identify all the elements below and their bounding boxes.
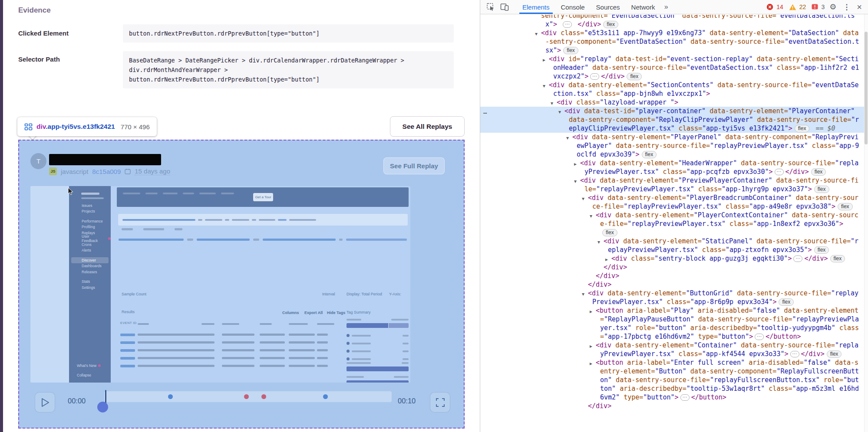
device-toolbar-icon[interactable] (500, 3, 509, 11)
source-token: class= (561, 29, 584, 37)
devtools-tree-row[interactable]: </div> (480, 272, 868, 280)
devtools-tree-row[interactable]: ▾<div class="lazyload-wrapper "> (480, 98, 868, 107)
source-token: "ReplayPlayPauseButton" (604, 315, 694, 323)
flex-badge: flex (814, 246, 829, 254)
devtools-scrollbar[interactable] (864, 14, 868, 432)
devtools-tree-row[interactable]: ▾…<div data-test-id="player-container" d… (480, 107, 868, 133)
devtools-tree-row[interactable]: ▸<button aria-label="Enter full screen" … (480, 358, 868, 402)
source-token: class= (765, 385, 792, 393)
expand-arrow-open-icon[interactable]: ▾ (543, 82, 545, 90)
close-devtools-icon[interactable]: × (855, 2, 864, 12)
fullscreen-button[interactable] (430, 392, 450, 412)
source-token: > (749, 333, 753, 340)
expand-arrow-closed-icon[interactable]: ▸ (543, 56, 545, 64)
devtools-tree-row[interactable]: </div> (480, 263, 868, 272)
devtools-tree-row[interactable]: ▾<div data-sentry-element="ButtonGrid" d… (480, 289, 868, 306)
devtools-toolbar-right: 14 22 3 ⚙ ⋮ × (766, 2, 864, 12)
expand-arrow-open-icon[interactable]: ▾ (558, 108, 561, 116)
source-token: class= (722, 203, 749, 210)
selected-row-menu-dots[interactable]: … (483, 107, 487, 116)
source-token: aria-describedby= (686, 324, 757, 332)
devtools-tree-row[interactable]: ▸<div class="sentry-block app-guzg3j egq… (480, 254, 868, 263)
source-token: data-sentry-source-file= (686, 38, 785, 46)
devtools-tree-row[interactable]: ▸<div data-sentry-element="Container" da… (480, 341, 868, 358)
source-token: > (706, 90, 710, 98)
see-full-replay-button[interactable]: See Full Replay (383, 157, 445, 174)
error-badge-icon[interactable] (766, 3, 773, 10)
devtools-tree-row[interactable]: ▾<div data-sentry-element="PlayerContext… (480, 211, 868, 237)
expand-arrow-closed-icon[interactable]: ▸ (590, 342, 592, 350)
replay-id-link[interactable]: 8c15a009 (92, 168, 121, 175)
timeline-scrubber-handle[interactable] (97, 402, 108, 412)
expand-arrow-open-icon[interactable]: ▾ (582, 194, 584, 203)
expand-arrow-open-icon[interactable]: ▾ (566, 134, 569, 142)
warning-badge-icon[interactable] (789, 4, 796, 10)
expand-arrow-open-icon[interactable]: ▾ (590, 212, 592, 220)
source-token: data-sentry-source-file= (733, 289, 831, 297)
thumb-navbar: Get a Tour (117, 187, 409, 207)
source-token: "replay" (580, 55, 611, 63)
devtools-tree-row[interactable]: ▸<div id="replay" data-test-id="event-se… (480, 55, 868, 81)
source-token: > (788, 255, 792, 262)
devtools-tree-row[interactable]: </div> (480, 402, 868, 410)
javascript-platform-icon: JS (49, 167, 57, 175)
source-token: "false" (752, 307, 780, 314)
expand-arrow-closed-icon[interactable]: ▸ (605, 255, 608, 264)
issues-badge-icon[interactable] (812, 4, 818, 10)
thumb-sidebar-item-profiling: Profiling (69, 224, 111, 230)
tab-network[interactable]: Network (626, 0, 661, 14)
devtools-tree-row[interactable]: ▸<div data-sentry-element="HeaderWrapper… (480, 159, 868, 176)
expand-arrow-closed-icon[interactable]: ▸ (590, 307, 592, 316)
source-token: </div> (574, 20, 601, 28)
collapsed-content-icon: ⋯ (590, 73, 599, 80)
devtools-tree-row[interactable]: ▾<div data-sentry-element="StaticPanel" … (480, 237, 868, 254)
tab-elements[interactable]: Elements (517, 0, 555, 14)
source-token: data-sentry-element= (607, 289, 686, 297)
tab-sources[interactable]: Sources (591, 0, 626, 14)
devtools-tree-row[interactable]: ▾<div data-sentry-element="SectionConten… (480, 81, 868, 98)
source-token: </button> (766, 333, 801, 340)
source-token: "player-container" (635, 107, 706, 115)
devtools-tree-row[interactable]: ▸<button aria-label="Play" aria-disabled… (480, 306, 868, 341)
thumb-sidebar-item-collapse: Collapse (69, 370, 111, 380)
source-token: <div (596, 211, 615, 219)
thumb-tag-row (347, 342, 409, 345)
expand-arrow-open-icon[interactable]: ▾ (535, 29, 538, 38)
source-token: "app-tyi5vs e13fk2421" (702, 124, 789, 132)
expand-arrow-closed-icon[interactable]: ▸ (574, 160, 577, 168)
expand-arrow-open-icon[interactable]: ▾ (582, 290, 584, 298)
expand-arrow-open-icon[interactable]: ▾ (574, 177, 577, 186)
devtools-tree-row[interactable]: ▾<div data-sentry-element="PreviewPlayer… (480, 176, 868, 193)
source-token: data-test-id= (584, 107, 635, 115)
source-token: id= (568, 55, 580, 63)
kebab-menu-icon[interactable]: ⋮ (841, 3, 852, 12)
play-button[interactable] (35, 392, 55, 412)
flex-badge: flex (830, 255, 845, 262)
thumb-sidebar-item-performance: Performance (69, 218, 111, 224)
source-token: "replayPreviewPlayer.tsx" (710, 142, 808, 150)
source-token: "replayFullscreenButton.tsx" (710, 376, 820, 384)
source-token: data-sentry-element= (592, 133, 670, 141)
source-token: data-sentry-component= (686, 367, 777, 375)
devtools-tree-row[interactable]: ▾<div class="e5t3s1i1 app-7hwyy9 e19x6ng… (480, 29, 868, 55)
tab-console[interactable]: Console (555, 0, 591, 14)
devtools-tree-row[interactable]: sentry-component="EventDataSection" data… (480, 15, 868, 29)
more-tabs-chevron[interactable]: » (661, 3, 672, 11)
source-token: > (769, 168, 772, 176)
source-token: "tooltip-53w1aqr8rt" (686, 385, 765, 393)
timeline-track[interactable] (104, 391, 392, 402)
settings-gear-icon[interactable]: ⚙ (828, 2, 838, 12)
devtools-tree-row[interactable]: ▾<div data-sentry-element="PlayerPanel" … (480, 133, 868, 159)
expand-arrow-open-icon[interactable]: ▾ (551, 99, 553, 108)
devtools-tree-row[interactable]: ▾<div data-sentry-element="PlayerBreadcr… (480, 193, 868, 211)
see-all-replays-button[interactable]: See All Replays (390, 116, 465, 137)
source-token: data-sentry-source-file= (753, 116, 851, 124)
expand-arrow-closed-icon[interactable]: ▸ (590, 359, 592, 368)
inspect-element-icon[interactable] (486, 3, 495, 11)
source-token: "button" (643, 393, 674, 401)
clicked-element-value: button.rdrNextPrevButton.rdrPprevButton[… (123, 24, 454, 43)
expand-arrow-open-icon[interactable]: ▾ (597, 238, 600, 246)
devtools-tree-row[interactable]: </div> (480, 280, 868, 289)
devtools-scroll-thumb[interactable] (865, 32, 868, 144)
thumb-sidebar-item-projects: Projects (69, 209, 111, 215)
